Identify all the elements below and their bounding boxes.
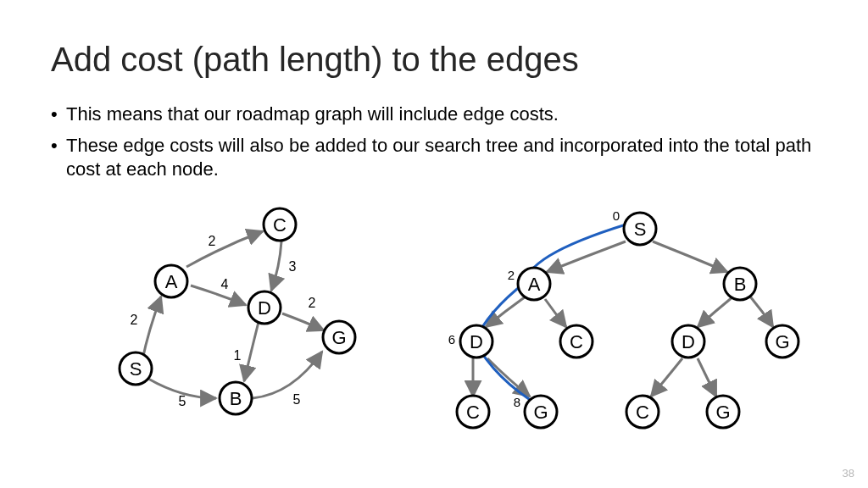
highlight-path	[475, 220, 640, 405]
tree-node-D1: D	[460, 325, 492, 358]
edge-cost-SA: 2	[131, 313, 138, 327]
node-B: B	[220, 382, 252, 414]
edge-cost-CD: 3	[289, 259, 297, 274]
svg-text:C: C	[466, 402, 480, 423]
svg-text:G: G	[331, 327, 346, 348]
node-S: S	[120, 352, 152, 385]
tree-node-C1: C	[560, 325, 593, 358]
tree-node-B: B	[724, 268, 756, 300]
edge-cost-BG: 5	[293, 392, 301, 407]
bullet-item: This means that our roadmap graph will i…	[51, 103, 817, 127]
bullet-item: These edge costs will also be added to o…	[51, 134, 817, 182]
tree-node-C2: C	[457, 396, 489, 428]
svg-text:S: S	[130, 358, 142, 380]
svg-text:D: D	[258, 297, 271, 319]
edge-cost-DG: 2	[309, 296, 316, 310]
svg-text:A: A	[528, 274, 541, 295]
tree-node-S: S	[624, 213, 656, 245]
search-tree: S A B D C D G C G C G 0 2 6 8	[403, 202, 801, 456]
svg-text:D: D	[682, 331, 695, 352]
svg-text:C: C	[273, 214, 287, 236]
svg-text:D: D	[470, 331, 483, 352]
svg-text:B: B	[230, 388, 242, 409]
tree-node-A: A	[518, 268, 550, 300]
edge-cost-AD: 4	[221, 277, 229, 291]
edge-cost-AC: 2	[209, 234, 216, 248]
total-S: 0	[613, 208, 620, 223]
node-D: D	[248, 291, 281, 324]
edge-cost-SB: 5	[179, 394, 186, 408]
svg-text:S: S	[634, 219, 647, 240]
node-G: G	[323, 321, 355, 353]
edge-cost-DB: 1	[234, 348, 242, 363]
tree-node-C3: C	[626, 396, 659, 428]
svg-text:C: C	[636, 402, 649, 423]
svg-text:G: G	[533, 402, 548, 423]
node-C: C	[264, 208, 296, 241]
tree-node-G2: G	[525, 396, 557, 428]
slide-title: Add cost (path length) to the edges	[51, 41, 817, 79]
total-A: 2	[508, 268, 515, 282]
svg-text:G: G	[775, 331, 789, 352]
tree-node-D2: D	[672, 325, 704, 358]
bullet-list: This means that our roadmap graph will i…	[51, 103, 817, 182]
slide: Add cost (path length) to the edges This…	[0, 0, 868, 488]
svg-text:A: A	[165, 271, 178, 292]
roadmap-graph: S A C D B G 2 5 2 4 3 1 2 5	[102, 199, 381, 424]
total-G2: 8	[514, 395, 520, 409]
page-number: 38	[843, 467, 854, 480]
svg-text:C: C	[570, 331, 583, 352]
tree-node-G3: G	[707, 396, 739, 428]
node-A: A	[155, 265, 187, 297]
total-D1: 6	[448, 332, 455, 347]
svg-text:B: B	[734, 274, 747, 295]
tree-node-G1: G	[766, 325, 798, 358]
svg-text:G: G	[715, 402, 730, 423]
